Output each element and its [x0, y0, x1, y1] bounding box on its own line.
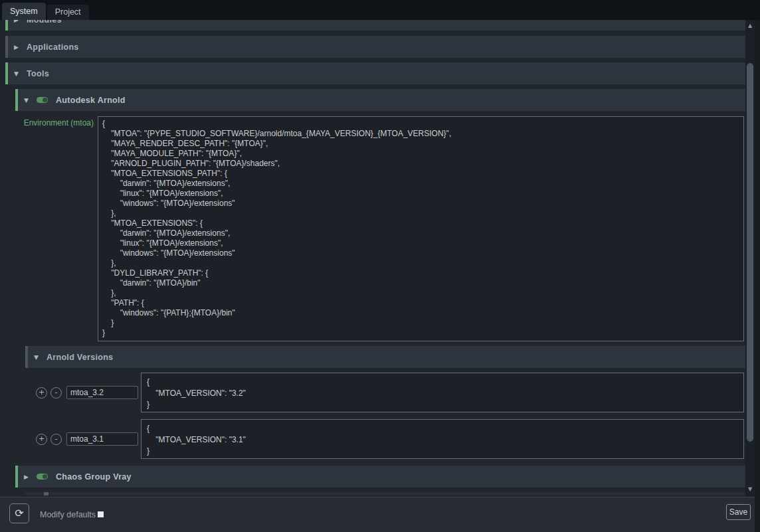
section-title: Tools: [27, 69, 49, 78]
footer-bar: ⟳ Modify defaults Save: [0, 497, 755, 532]
section-title: Chaos Group Vray: [56, 472, 132, 482]
version-row: + - { "MTOA_VERSION": "3.1" }: [36, 419, 744, 459]
section-header-modules[interactable]: ▶ Modules: [5, 20, 745, 31]
arnold-enabled-toggle[interactable]: [37, 97, 48, 103]
remove-version-button[interactable]: -: [50, 434, 62, 445]
section-header-applications[interactable]: ▶ Applications: [5, 36, 745, 58]
save-button[interactable]: Save: [726, 504, 751, 520]
collapsed-arrow-icon: ▶: [24, 474, 31, 480]
version-json-textarea[interactable]: { "MTOA_VERSION": "3.2" }: [141, 373, 744, 412]
environment-row: Environment (mtoa) { "MTOA": "{PYPE_STUD…: [17, 116, 744, 341]
modify-defaults-label: Modify defaults: [40, 497, 96, 532]
section-title: Autodesk Arnold: [56, 96, 126, 105]
version-json-textarea[interactable]: { "MTOA_VERSION": "3.1" }: [141, 419, 744, 459]
vertical-scrollbar[interactable]: ▲ ▼: [745, 20, 755, 497]
expanded-arrow-icon: ▼: [24, 97, 31, 104]
settings-window: System Project ▶ Modules ▶ Applications …: [0, 0, 760, 532]
modify-defaults-checkbox[interactable]: [98, 511, 104, 517]
settings-scroll-area: ▶ Modules ▶ Applications ▼ Tools ▼ Autod…: [0, 20, 755, 497]
expanded-arrow-icon: ▼: [34, 354, 41, 361]
expanded-arrow-icon: ▼: [14, 70, 21, 77]
section-header-chaos-group-vray[interactable]: ▶ Chaos Group Vray: [15, 466, 745, 488]
collapsed-arrow-icon: ▶: [14, 44, 21, 50]
add-version-button[interactable]: +: [36, 387, 47, 399]
remove-version-button[interactable]: -: [50, 387, 62, 399]
section-title: Modules: [27, 20, 62, 25]
refresh-icon: ⟳: [15, 507, 23, 519]
environment-label: Environment (mtoa): [17, 116, 98, 341]
section-title: Applications: [27, 43, 79, 52]
version-name-input[interactable]: [66, 432, 138, 446]
add-version-button[interactable]: +: [36, 434, 47, 445]
section-header-autodesk-arnold[interactable]: ▼ Autodesk Arnold: [15, 89, 745, 111]
vray-enabled-toggle[interactable]: [37, 474, 48, 480]
version-name-input[interactable]: [66, 386, 138, 399]
environment-json-textarea[interactable]: { "MTOA": "{PYPE_STUDIO_SOFTWARE}/arnold…: [98, 116, 744, 341]
clipped-next-section: [25, 492, 744, 495]
tab-project[interactable]: Project: [47, 5, 89, 20]
section-modules-clipped: ▶ Modules: [0, 20, 755, 31]
scroll-up-icon[interactable]: ▲: [745, 21, 755, 31]
refresh-button[interactable]: ⟳: [9, 503, 29, 523]
section-header-tools[interactable]: ▼ Tools: [5, 62, 745, 84]
scrollbar-thumb[interactable]: [747, 63, 753, 442]
tab-system[interactable]: System: [2, 3, 46, 20]
section-header-arnold-versions[interactable]: ▼ Arnold Versions: [25, 346, 745, 368]
scroll-down-icon[interactable]: ▼: [745, 485, 755, 494]
collapsed-arrow-icon: ▶: [14, 20, 21, 23]
section-title: Arnold Versions: [47, 353, 113, 362]
version-row: + - { "MTOA_VERSION": "3.2" }: [36, 373, 744, 412]
window-edge: [755, 20, 760, 532]
tab-bar: System Project: [0, 0, 760, 20]
